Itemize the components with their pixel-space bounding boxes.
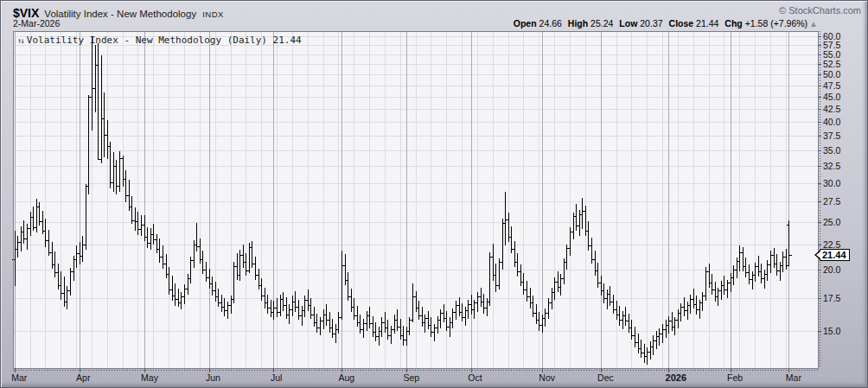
svg-text:Oct: Oct bbox=[468, 372, 482, 383]
svg-text:40.0: 40.0 bbox=[823, 117, 841, 127]
svg-text:Dec: Dec bbox=[597, 372, 614, 383]
svg-text:15.0: 15.0 bbox=[823, 326, 841, 336]
plot-title-text: Volatility Index - New Methodology (Dail… bbox=[27, 35, 302, 46]
y-axis-labels: 60.057.555.052.550.047.545.042.540.037.5… bbox=[823, 31, 841, 336]
svg-text:42.5: 42.5 bbox=[823, 104, 841, 114]
svg-text:2026: 2026 bbox=[666, 372, 686, 383]
svg-text:37.5: 37.5 bbox=[823, 130, 841, 141]
svg-text:May: May bbox=[141, 372, 159, 383]
svg-text:Sep: Sep bbox=[403, 372, 419, 383]
plot-title: ↑↓Volatility Index - New Methodology (Da… bbox=[17, 35, 302, 46]
svg-text:Mar: Mar bbox=[786, 372, 802, 383]
svg-text:Jul: Jul bbox=[271, 372, 282, 383]
last-price-marker: 21.44 bbox=[820, 249, 850, 261]
svg-text:30.0: 30.0 bbox=[823, 178, 841, 188]
svg-text:Jun: Jun bbox=[206, 372, 220, 383]
svg-text:35.0: 35.0 bbox=[823, 145, 841, 156]
price-chart-canvas: 60.057.555.052.550.047.545.042.540.037.5… bbox=[1, 1, 868, 388]
svg-text:Aug: Aug bbox=[338, 372, 354, 383]
svg-text:22.5: 22.5 bbox=[823, 239, 841, 250]
svg-text:52.5: 52.5 bbox=[823, 59, 841, 69]
annotate-arrows-icon[interactable]: ↑↓ bbox=[17, 36, 23, 45]
svg-text:32.5: 32.5 bbox=[823, 161, 841, 171]
x-axis-labels: MarAprMayJunJulAugSepOctNovDec2026FebMar bbox=[11, 372, 801, 383]
svg-text:25.0: 25.0 bbox=[823, 217, 841, 227]
svg-text:55.0: 55.0 bbox=[823, 49, 841, 60]
svg-text:Apr: Apr bbox=[76, 372, 91, 383]
svg-text:50.0: 50.0 bbox=[823, 69, 841, 80]
svg-text:20.0: 20.0 bbox=[823, 264, 841, 275]
svg-text:Mar: Mar bbox=[11, 372, 28, 383]
svg-text:47.5: 47.5 bbox=[823, 80, 841, 91]
svg-text:17.5: 17.5 bbox=[823, 293, 841, 303]
chart-window: $VIXVolatility Index - New MethodologyIN… bbox=[0, 0, 868, 388]
svg-text:45.0: 45.0 bbox=[823, 92, 841, 102]
svg-text:Nov: Nov bbox=[539, 372, 555, 383]
svg-text:Feb: Feb bbox=[727, 372, 743, 383]
svg-text:27.5: 27.5 bbox=[823, 196, 841, 207]
